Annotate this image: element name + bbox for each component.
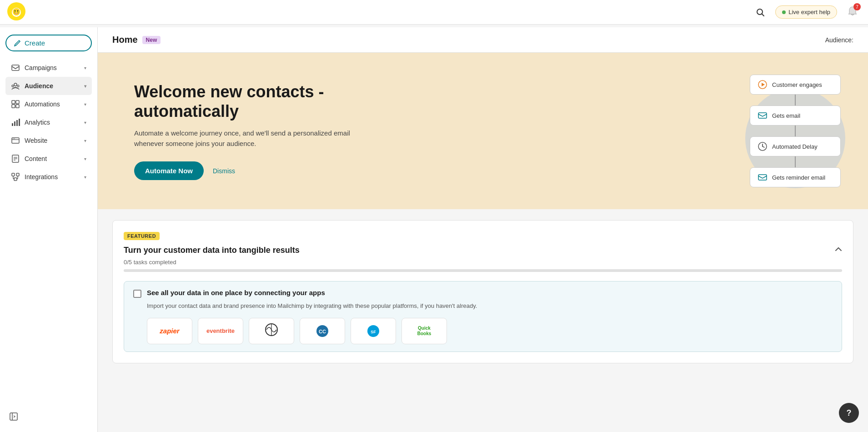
featured-badge: FEATURED [124, 232, 160, 240]
svg-point-4 [15, 10, 16, 11]
analytics-chevron: ▾ [84, 120, 86, 125]
progress-bar [124, 269, 842, 272]
automate-now-button[interactable]: Automate Now [134, 161, 204, 180]
svg-point-11 [12, 85, 14, 87]
svg-marker-39 [762, 83, 765, 86]
automations-label: Automations [25, 100, 60, 108]
task-checkbox[interactable] [133, 290, 141, 298]
content-label: Content [25, 155, 47, 162]
header-right: Live expert help 7 [753, 3, 861, 21]
integrations-icon [11, 172, 20, 181]
svg-point-10 [14, 83, 17, 86]
svg-text:SF: SF [371, 330, 376, 334]
featured-section: FEATURED Turn your customer data into ta… [112, 220, 853, 363]
play-icon [758, 80, 768, 90]
campaigns-icon [11, 63, 20, 72]
email-icon-1 [758, 111, 768, 121]
svg-rect-30 [16, 173, 19, 176]
featured-title: Turn your customer data into tangible re… [124, 246, 300, 255]
page-header: Home New Audience: [98, 27, 868, 53]
hero-content: Welcome new contacts - automatically Aut… [134, 82, 361, 180]
sidebar-item-automations[interactable]: Automations ▾ [5, 95, 92, 113]
flow-step-gets-reminder: Gets reminder email [750, 167, 841, 187]
svg-point-12 [17, 85, 19, 87]
svg-rect-29 [12, 173, 15, 176]
task-title: See all your data in one place by connec… [147, 289, 325, 296]
quickbooks-logo[interactable]: QuickBooks [401, 318, 447, 344]
svg-text:CC: CC [319, 329, 326, 334]
mailchimp-logo [7, 2, 25, 22]
sidebar-item-content[interactable]: Content ▾ [5, 150, 92, 168]
svg-rect-36 [10, 413, 17, 420]
audience-selector-label: Audience: [825, 36, 853, 44]
dismiss-link[interactable]: Dismiss [213, 167, 235, 175]
constantcontact-logo[interactable]: CC [300, 318, 345, 344]
header-left [7, 2, 25, 22]
svg-point-7 [757, 9, 763, 15]
svg-point-6 [15, 13, 18, 15]
svg-rect-16 [16, 105, 19, 108]
create-button[interactable]: Create [5, 35, 92, 51]
svg-rect-19 [16, 120, 18, 126]
sidebar-item-campaigns[interactable]: Campaigns ▾ [5, 59, 92, 77]
notifications-button[interactable]: 7 [844, 3, 861, 21]
svg-rect-20 [19, 119, 20, 126]
eventbrite-logo[interactable]: eventbrite [198, 318, 243, 344]
campaigns-chevron: ▾ [84, 65, 86, 70]
sidebar-item-integrations[interactable]: Integrations ▾ [5, 168, 92, 186]
collapse-icon [9, 412, 18, 421]
campaigns-label: Campaigns [25, 64, 57, 71]
svg-rect-13 [12, 100, 15, 104]
sidebar-item-website[interactable]: Website ▾ [5, 131, 92, 150]
clock-icon [758, 141, 768, 151]
flow-step-gets-email: Gets email [750, 105, 841, 126]
svg-rect-44 [758, 175, 767, 180]
automations-icon [11, 100, 20, 109]
flow-step-1-label: Customer engages [772, 81, 822, 88]
live-expert-label: Live expert help [788, 9, 830, 15]
constantcontact-icon: CC [315, 324, 330, 338]
content-chevron: ▾ [84, 156, 86, 161]
hero-title: Welcome new contacts - automatically [134, 82, 361, 121]
chevron-up-icon [835, 246, 842, 253]
flow-step-3-label: Automated Delay [772, 143, 818, 150]
app-layout: Create Campaigns ▾ [0, 27, 868, 432]
notification-count: 7 [853, 3, 861, 10]
email-icon-2 [758, 172, 768, 182]
main-content: Home New Audience: Welcome new contacts … [98, 27, 868, 432]
help-button[interactable]: ? [839, 403, 859, 423]
content-icon [11, 154, 20, 163]
svg-rect-40 [758, 113, 767, 118]
featured-collapse-button[interactable] [835, 246, 842, 255]
svg-line-8 [762, 14, 764, 16]
svg-rect-18 [14, 121, 15, 126]
svg-point-24 [14, 138, 15, 139]
sidebar-nav: Create Campaigns ▾ [0, 35, 97, 186]
flow-step-4-label: Gets reminder email [772, 174, 825, 181]
salesforce-logo[interactable]: SF [351, 318, 396, 344]
create-label: Create [25, 39, 45, 47]
automation-flow-diagram: Customer engages Gets email [750, 75, 841, 187]
svg-rect-15 [12, 105, 15, 108]
sidebar-item-analytics[interactable]: Analytics ▾ [5, 113, 92, 131]
svg-rect-9 [12, 65, 19, 70]
audience-icon [11, 81, 20, 90]
automations-chevron: ▾ [84, 102, 86, 107]
collapse-sidebar-button[interactable] [5, 408, 92, 425]
live-status-dot [782, 10, 786, 14]
svg-rect-31 [14, 178, 17, 181]
svg-point-5 [17, 10, 19, 11]
search-button[interactable] [753, 5, 768, 20]
wordpress-logo[interactable] [249, 318, 294, 344]
flow-step-customer-engages: Customer engages [750, 75, 841, 95]
sidebar-bottom [0, 408, 97, 425]
sidebar-item-audience[interactable]: Audience ▾ [5, 77, 92, 95]
svg-rect-17 [12, 123, 13, 126]
live-expert-button[interactable]: Live expert help [775, 5, 837, 19]
svg-rect-14 [16, 100, 19, 104]
hero-banner: Welcome new contacts - automatically Aut… [98, 53, 868, 209]
website-label: Website [25, 137, 47, 144]
zapier-logo[interactable]: zapier [147, 318, 192, 344]
website-icon [11, 136, 20, 145]
help-label: ? [847, 408, 852, 418]
